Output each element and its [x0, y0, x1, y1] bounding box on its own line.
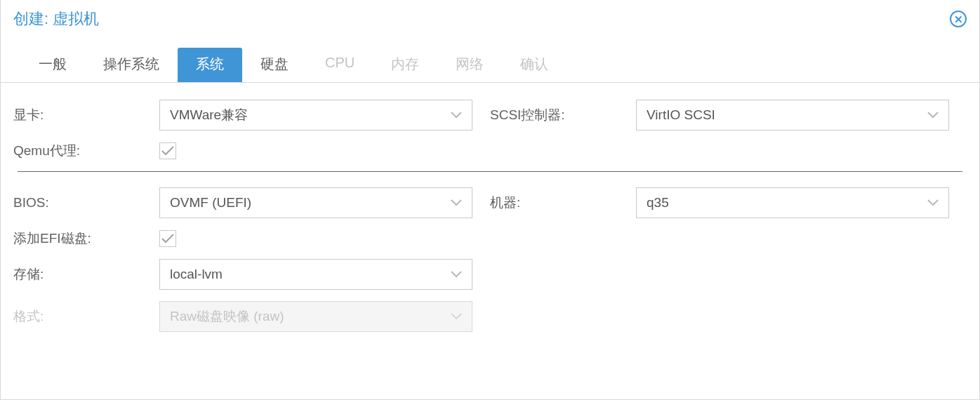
chevron-down-icon [451, 313, 462, 320]
dialog-title: 创建: 虚拟机 [13, 8, 99, 29]
qemu-agent-checkbox[interactable] [159, 142, 176, 159]
chevron-down-icon [927, 112, 939, 119]
chevron-down-icon [927, 199, 939, 206]
add-efi-checkbox[interactable] [159, 230, 176, 247]
storage-value: local-lvm [170, 267, 223, 282]
divider [18, 171, 962, 172]
tab-confirm: 确认 [502, 48, 567, 82]
tab-strip: 一般 操作系统 系统 硬盘 CPU 内存 网络 确认 [1, 35, 979, 83]
storage-select[interactable]: local-lvm [159, 259, 472, 290]
scsi-select[interactable]: VirtIO SCSI [636, 100, 949, 131]
tab-disk[interactable]: 硬盘 [242, 48, 307, 82]
tab-os[interactable]: 操作系统 [85, 48, 178, 82]
label-bios: BIOS: [13, 195, 159, 211]
label-machine: 机器: [490, 194, 636, 212]
tab-cpu: CPU [307, 48, 373, 82]
check-icon [161, 234, 174, 244]
machine-value: q35 [647, 195, 669, 211]
label-storage: 存储: [13, 265, 159, 284]
bios-select[interactable]: OVMF (UEFI) [159, 187, 472, 218]
tab-general[interactable]: 一般 [20, 48, 85, 82]
scsi-value: VirtIO SCSI [647, 107, 715, 123]
check-icon [161, 146, 174, 156]
tab-network: 网络 [437, 48, 502, 82]
label-add-efi: 添加EFI磁盘: [13, 229, 159, 248]
chevron-down-icon [451, 271, 462, 278]
chevron-down-icon [451, 112, 462, 119]
label-qemu-agent: Qemu代理: [13, 142, 159, 160]
bios-value: OVMF (UEFI) [170, 195, 251, 211]
tab-memory: 内存 [373, 48, 437, 82]
label-display: 显卡: [13, 106, 159, 124]
chevron-down-icon [451, 199, 462, 206]
form-body: 显卡: VMWare兼容 SCSI控制器: VirtIO SCSI [1, 83, 979, 360]
label-scsi: SCSI控制器: [490, 106, 636, 124]
display-select[interactable]: VMWare兼容 [159, 100, 472, 131]
close-button[interactable]: ✕ [950, 11, 967, 27]
create-vm-dialog: 创建: 虚拟机 ✕ 一般 操作系统 系统 硬盘 CPU 内存 网络 确认 显卡:… [0, 0, 980, 400]
format-select: Raw磁盘映像 (raw) [159, 301, 472, 332]
format-value: Raw磁盘映像 (raw) [170, 307, 284, 326]
titlebar: 创建: 虚拟机 ✕ [1, 0, 979, 35]
close-icon: ✕ [954, 14, 963, 25]
machine-select[interactable]: q35 [636, 187, 949, 218]
tab-system[interactable]: 系统 [178, 48, 242, 82]
label-format: 格式: [13, 307, 159, 326]
display-value: VMWare兼容 [170, 106, 248, 124]
